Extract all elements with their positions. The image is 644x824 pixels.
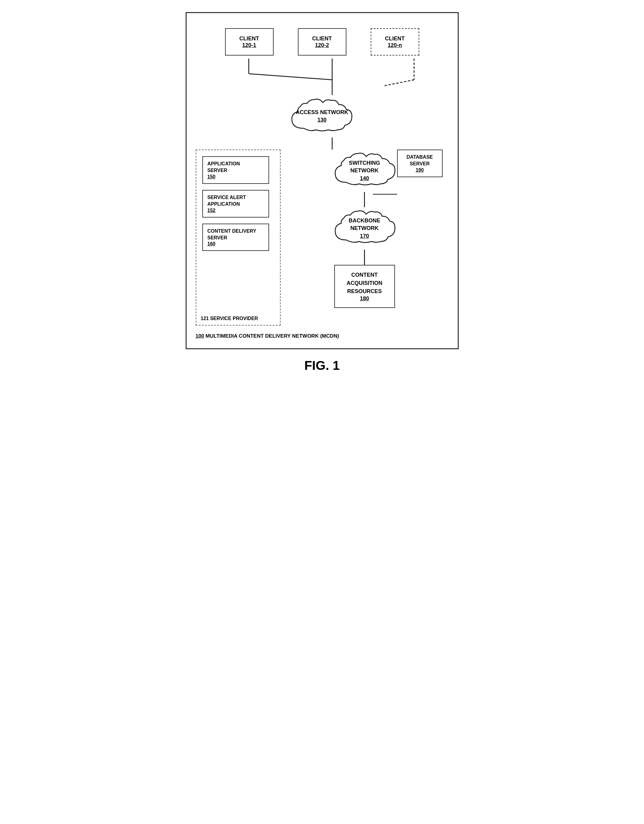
fig-label: FIG. 1: [304, 358, 340, 373]
content-acq-box: CONTENTACQUISITIONRESOURCES 180: [334, 265, 395, 308]
client-n-box: CLIENT 120-n: [371, 28, 419, 55]
svg-line-3: [249, 74, 332, 80]
client-2-label: CLIENT: [312, 35, 332, 42]
client-1-box: CLIENT 120-1: [225, 28, 274, 55]
switching-network-label: SWITCHINGNETWORK: [349, 159, 380, 174]
middle-section: APPLICATIONSERVER 150 SERVICE ALERTAPPLI…: [196, 149, 449, 326]
content-delivery-label: CONTENT DELIVERYSERVER: [207, 228, 264, 241]
client-n-label: CLIENT: [385, 35, 405, 42]
backbone-network-label: BACKBONENETWORK: [349, 217, 380, 232]
service-alert-label: SERVICE ALERTAPPLICATION: [207, 194, 264, 208]
content-acq-number: 180: [340, 295, 390, 302]
content-delivery-box: CONTENT DELIVERYSERVER 160: [202, 224, 269, 251]
switching-network-text: SWITCHINGNETWORK 140: [349, 159, 380, 182]
database-server-area: DATABASESERVER 190: [397, 149, 443, 195]
switch-to-backbone-line: [364, 192, 365, 207]
svg-line-4: [384, 80, 414, 86]
database-server-number: 190: [401, 168, 439, 173]
access-network-area: ACCESS NETWORK 130: [196, 95, 449, 137]
mcdn-text: MULTIMEDIA CONTENT DELIVERY NETWORK (MCD…: [206, 333, 339, 339]
database-server-label: DATABASESERVER: [401, 154, 439, 168]
access-network-cloud: ACCESS NETWORK 130: [286, 95, 358, 137]
mcdn-number: 100: [196, 333, 204, 339]
access-network-text: ACCESS NETWORK: [296, 109, 348, 116]
app-server-number: 150: [207, 174, 264, 180]
diagram-container: CLIENT 120-1 CLIENT 120-2 CLIENT 120-n: [186, 12, 459, 349]
top-connectors-svg: [196, 58, 449, 95]
service-provider-label: 121 SERVICE PROVIDER: [201, 316, 258, 321]
mid-connector-svg: [196, 137, 449, 149]
content-acq-label: CONTENTACQUISITIONRESOURCES: [340, 271, 390, 295]
service-provider-box: APPLICATIONSERVER 150 SERVICE ALERTAPPLI…: [196, 149, 281, 326]
app-server-label: APPLICATIONSERVER: [207, 160, 264, 174]
access-network-number: 130: [296, 116, 348, 124]
right-area: SWITCHINGNETWORK 140 DATABASESERVER 190: [281, 149, 449, 308]
switching-network-cloud: SWITCHINGNETWORK 140: [330, 149, 400, 192]
content-delivery-number: 160: [207, 241, 264, 247]
app-server-box: APPLICATIONSERVER 150: [202, 156, 269, 184]
client-2-number: 120-2: [315, 42, 329, 49]
backbone-network-cloud: BACKBONENETWORK 170: [330, 207, 400, 250]
access-network-label: ACCESS NETWORK 130: [296, 109, 348, 124]
backbone-network-number: 170: [349, 232, 380, 240]
switching-network-number: 140: [349, 175, 380, 182]
backbone-network-text: BACKBONENETWORK 170: [349, 217, 380, 240]
service-alert-box: SERVICE ALERTAPPLICATION 152: [202, 190, 269, 218]
client-2-box: CLIENT 120-2: [298, 28, 346, 55]
client-1-label: CLIENT: [239, 35, 259, 42]
client-1-number: 120-1: [242, 42, 256, 49]
mcdn-label: 100 MULTIMEDIA CONTENT DELIVERY NETWORK …: [196, 333, 449, 339]
service-alert-number: 152: [207, 208, 264, 213]
clients-row: CLIENT 120-1 CLIENT 120-2 CLIENT 120-n: [196, 28, 449, 55]
client-n-number: 120-n: [388, 42, 402, 49]
database-server-box: DATABASESERVER 190: [397, 149, 443, 177]
db-connector-svg: [373, 194, 397, 195]
backbone-to-content-line: [364, 250, 365, 265]
